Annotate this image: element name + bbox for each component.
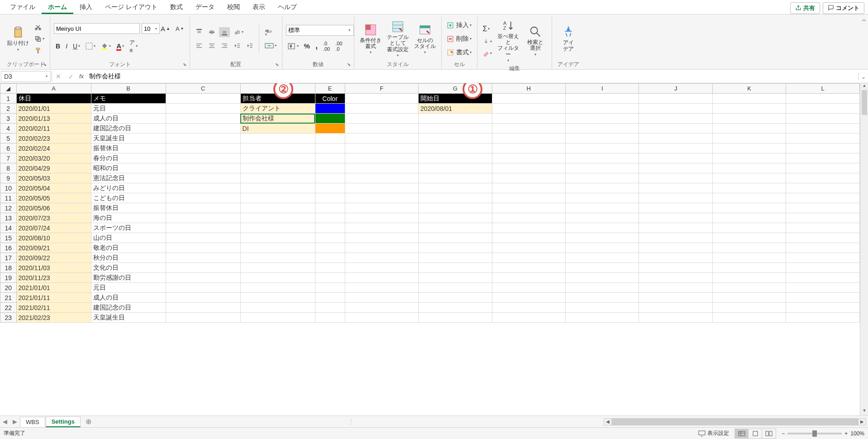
cell-C23[interactable]: [166, 313, 240, 323]
cell-E16[interactable]: [315, 243, 345, 253]
cell-E7[interactable]: [315, 153, 345, 163]
row-header-7[interactable]: 7: [0, 153, 17, 163]
cell-I19[interactable]: [566, 273, 639, 283]
row-header-8[interactable]: 8: [0, 163, 17, 173]
cell-B15[interactable]: 山の日: [91, 233, 166, 243]
cell-I7[interactable]: [566, 153, 639, 163]
cell-A14[interactable]: 2020/07/24: [16, 223, 91, 233]
cell-G22[interactable]: [419, 303, 492, 313]
row-header-5[interactable]: 5: [0, 134, 17, 143]
cell-F16[interactable]: [345, 243, 418, 253]
formula-enter-button[interactable]: ✓: [65, 73, 77, 80]
cell-D2[interactable]: クライアント: [240, 104, 315, 114]
cell-J19[interactable]: [639, 273, 712, 283]
cell-L11[interactable]: [786, 193, 860, 203]
cell-G5[interactable]: [419, 134, 492, 143]
cell-J6[interactable]: [639, 143, 712, 153]
cell-J8[interactable]: [639, 163, 712, 173]
cell-L16[interactable]: [786, 243, 860, 253]
cell-D18[interactable]: [240, 263, 315, 273]
cell-F17[interactable]: [345, 253, 418, 263]
cell-E13[interactable]: [315, 213, 345, 223]
cell-J13[interactable]: [639, 213, 712, 223]
sheet-nav-prev-icon[interactable]: ◀: [0, 418, 10, 425]
cell-K21[interactable]: [712, 293, 786, 303]
row-header-10[interactable]: 10: [0, 183, 17, 193]
cell-K12[interactable]: [712, 203, 786, 213]
cell-E15[interactable]: [315, 233, 345, 243]
cell-I9[interactable]: [566, 173, 639, 183]
cell-H7[interactable]: [492, 153, 565, 163]
select-all-button[interactable]: ◢: [0, 84, 17, 94]
cell-B14[interactable]: スポーツの日: [91, 223, 166, 233]
row-header-17[interactable]: 17: [0, 253, 17, 263]
cell-K13[interactable]: [712, 213, 786, 223]
cell-H22[interactable]: [492, 303, 565, 313]
cell-L8[interactable]: [786, 163, 860, 173]
cell-J20[interactable]: [639, 283, 712, 293]
dialog-launcher-icon[interactable]: ⬊: [42, 62, 48, 68]
cell-A15[interactable]: 2020/08/10: [16, 233, 91, 243]
cell-K17[interactable]: [712, 253, 786, 263]
cell-A18[interactable]: 2020/11/03: [16, 263, 91, 273]
cell-E19[interactable]: [315, 273, 345, 283]
row-header-11[interactable]: 11: [0, 193, 17, 203]
copy-button[interactable]: ▾: [33, 34, 46, 44]
formula-cancel-button[interactable]: ✕: [52, 73, 65, 80]
cell-D8[interactable]: [240, 163, 315, 173]
cell-C7[interactable]: [166, 153, 240, 163]
cell-I8[interactable]: [566, 163, 639, 173]
cell-L21[interactable]: [786, 293, 860, 303]
cell-H15[interactable]: [492, 233, 565, 243]
format-painter-button[interactable]: [33, 46, 46, 56]
cell-F6[interactable]: [345, 143, 418, 153]
cell-A23[interactable]: 2021/02/23: [16, 313, 91, 323]
cell-G6[interactable]: [419, 143, 492, 153]
cell-G12[interactable]: [419, 203, 492, 213]
cell-H6[interactable]: [492, 143, 565, 153]
align-top-button[interactable]: [194, 27, 205, 37]
cell-C11[interactable]: [166, 193, 240, 203]
fx-icon[interactable]: fx: [77, 73, 86, 80]
cell-G16[interactable]: [419, 243, 492, 253]
cell-D16[interactable]: [240, 243, 315, 253]
cell-L5[interactable]: [786, 134, 860, 143]
cell-B3[interactable]: 成人の日: [91, 114, 166, 124]
cell-E3[interactable]: [315, 114, 345, 124]
cell-I13[interactable]: [566, 213, 639, 223]
cell-I20[interactable]: [566, 283, 639, 293]
tab-help[interactable]: ヘルプ: [272, 2, 303, 14]
cell-A20[interactable]: 2021/01/01: [16, 283, 91, 293]
cell-B23[interactable]: 天皇誕生日: [91, 313, 166, 323]
cell-H16[interactable]: [492, 243, 565, 253]
cell-L3[interactable]: [786, 114, 860, 124]
cell-C15[interactable]: [166, 233, 240, 243]
cell-I1[interactable]: [566, 94, 639, 104]
cell-H19[interactable]: [492, 273, 565, 283]
scroll-thumb[interactable]: [862, 90, 867, 115]
cell-G20[interactable]: [419, 283, 492, 293]
cell-D10[interactable]: [240, 183, 315, 193]
cell-L18[interactable]: [786, 263, 860, 273]
row-header-1[interactable]: 1: [0, 94, 17, 104]
cell-I18[interactable]: [566, 263, 639, 273]
cell-B21[interactable]: 成人の日: [91, 293, 166, 303]
row-header-19[interactable]: 19: [0, 273, 17, 283]
col-header-C[interactable]: C: [166, 84, 240, 94]
cell-G13[interactable]: [419, 213, 492, 223]
cell-L13[interactable]: [786, 213, 860, 223]
cell-J10[interactable]: [639, 183, 712, 193]
cell-styles-button[interactable]: セルの スタイル▾: [412, 22, 438, 55]
cell-K5[interactable]: [712, 134, 786, 143]
cell-A6[interactable]: 2020/02/24: [16, 143, 91, 153]
tab-view[interactable]: 表示: [246, 2, 272, 14]
cell-A21[interactable]: 2021/01/11: [16, 293, 91, 303]
zoom-thumb[interactable]: [812, 430, 817, 437]
cell-A1[interactable]: 休日: [16, 94, 91, 104]
cell-G7[interactable]: [419, 153, 492, 163]
add-sheet-button[interactable]: ⊕: [81, 417, 96, 426]
cell-I23[interactable]: [566, 313, 639, 323]
row-header-13[interactable]: 13: [0, 213, 17, 223]
cell-G15[interactable]: [419, 233, 492, 243]
row-header-2[interactable]: 2: [0, 104, 17, 114]
